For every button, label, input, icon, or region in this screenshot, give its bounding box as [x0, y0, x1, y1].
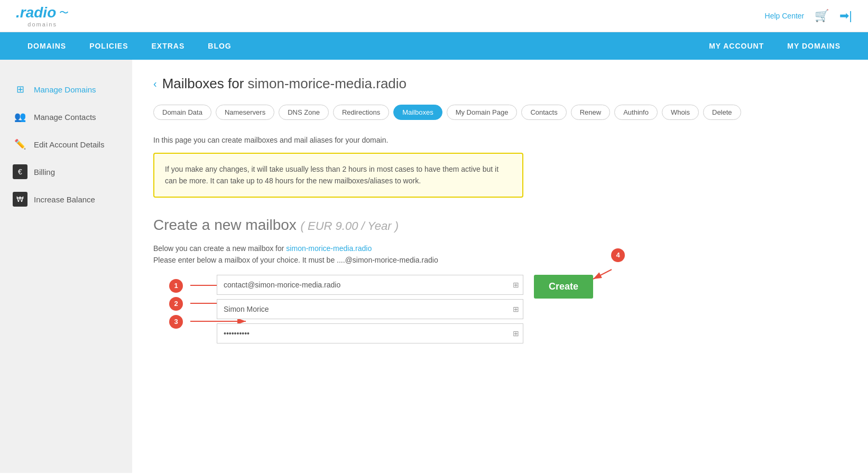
nav-bar: DOMAINS POLICIES EXTRAS BLOG MY ACCOUNT … — [0, 32, 868, 60]
name-field-icon: ⊞ — [513, 305, 519, 313]
top-right: Help Center 🛒 ➡| — [765, 9, 852, 23]
create-section-title: Create a new mailbox ( EUR 9.00 / Year ) — [153, 217, 847, 234]
sidebar: ⊞ Manage Domains 👥 Manage Contacts ✏️ Ed… — [0, 60, 132, 473]
form-wrapper: 1 2 3 ⊞ ⊞ — [153, 275, 847, 343]
tab-redirections[interactable]: Redirections — [333, 105, 389, 120]
tab-domain-data[interactable]: Domain Data — [153, 105, 211, 120]
nav-my-domains[interactable]: MY DOMAINS — [775, 32, 852, 60]
create-button[interactable]: Create — [534, 275, 593, 299]
annotation-3: 3 — [169, 315, 183, 329]
create-price: ( EUR 9.00 / Year ) — [301, 219, 399, 233]
sidebar-label-manage-domains: Manage Domains — [34, 85, 96, 94]
wallet-icon: ₩ — [13, 192, 27, 207]
sidebar-label-manage-contacts: Manage Contacts — [34, 113, 96, 122]
nav-right: MY ACCOUNT MY DOMAINS — [697, 32, 852, 60]
sidebar-item-manage-contacts[interactable]: 👥 Manage Contacts — [0, 103, 132, 131]
nav-domains[interactable]: DOMAINS — [16, 32, 78, 60]
form-area: ⊞ ⊞ ⊞ Create — [217, 275, 847, 343]
login-icon[interactable]: ➡| — [839, 9, 852, 23]
sidebar-label-edit-account: Edit Account Details — [34, 140, 104, 149]
annotation-4-arrow — [590, 264, 622, 285]
annotation-4-group: 4 — [611, 248, 625, 262]
fields-column: ⊞ ⊞ ⊞ — [217, 275, 523, 343]
create-desc-1: Below you can create a new mailbox for s… — [153, 244, 847, 253]
password-field-row: ⊞ — [217, 323, 523, 343]
desc1-text: Below you can create a new mailbox for — [153, 244, 284, 253]
pencil-icon: ✏️ — [13, 137, 27, 152]
warning-text: If you make any changes, it will take us… — [165, 165, 498, 185]
nav-left: DOMAINS POLICIES EXTRAS BLOG — [16, 32, 243, 60]
logo-domains-label: domains — [27, 21, 57, 27]
page-header: ‹ Mailboxes for simon-morice-media.radio — [153, 76, 847, 92]
tab-whois[interactable]: Whois — [662, 105, 699, 120]
main-layout: ⊞ Manage Domains 👥 Manage Contacts ✏️ Ed… — [0, 60, 868, 473]
tab-mailboxes[interactable]: Mailboxes — [393, 105, 442, 120]
name-field-row: ⊞ — [217, 299, 523, 319]
tab-renew[interactable]: Renew — [571, 105, 610, 120]
info-text: In this page you can create mailboxes an… — [153, 136, 847, 144]
svg-line-5 — [593, 269, 612, 279]
tab-nameservers[interactable]: Nameservers — [216, 105, 274, 120]
nav-my-account[interactable]: MY ACCOUNT — [697, 32, 775, 60]
domain-name: simon-morice-media.radio — [248, 76, 407, 91]
create-desc-2: Please enter below a mailbox of your cho… — [153, 256, 847, 264]
name-input[interactable] — [217, 299, 523, 319]
tab-delete[interactable]: Delete — [703, 105, 741, 120]
create-title-text: Create a new mailbox — [153, 217, 297, 233]
warning-box: If you make any changes, it will take us… — [153, 153, 523, 198]
tab-authinfo[interactable]: Authinfo — [614, 105, 658, 120]
annotation-2: 2 — [169, 297, 183, 311]
email-field-icon: ⊞ — [513, 281, 519, 289]
sidebar-item-edit-account[interactable]: ✏️ Edit Account Details — [0, 131, 132, 158]
create-button-wrapper: Create 4 — [534, 275, 593, 299]
sidebar-label-increase-balance: Increase Balance — [34, 195, 95, 204]
desc1-link[interactable]: simon-morice-media.radio — [286, 244, 372, 253]
tabs: Domain Data Nameservers DNS Zone Redirec… — [153, 105, 847, 120]
password-input[interactable] — [217, 323, 523, 343]
nav-policies[interactable]: POLICIES — [78, 32, 140, 60]
tab-contacts[interactable]: Contacts — [521, 105, 566, 120]
logo-text: .radio — [16, 4, 56, 21]
email-input[interactable] — [217, 275, 523, 295]
password-field-icon: ⊞ — [513, 329, 519, 338]
cart-icon[interactable]: 🛒 — [815, 9, 829, 23]
annotation-circle-4: 4 — [611, 248, 625, 262]
people-icon: 👥 — [13, 109, 27, 124]
email-field-row: ⊞ — [217, 275, 523, 295]
sidebar-label-billing: Billing — [34, 168, 55, 176]
euro-icon: € — [13, 164, 27, 179]
annotation-1: 1 — [169, 279, 183, 293]
page-title-text: Mailboxes for — [162, 76, 244, 91]
tab-my-domain-page[interactable]: My Domain Page — [447, 105, 518, 120]
annotation-circle-3: 3 — [169, 315, 183, 329]
sidebar-item-manage-domains[interactable]: ⊞ Manage Domains — [0, 76, 132, 103]
grid-icon: ⊞ — [13, 82, 27, 97]
logo-wave-icon: 〜 — [59, 6, 69, 19]
page-title: Mailboxes for simon-morice-media.radio — [162, 76, 407, 92]
nav-extras[interactable]: EXTRAS — [140, 32, 196, 60]
annotation-circle-2: 2 — [169, 297, 183, 311]
main-content: ‹ Mailboxes for simon-morice-media.radio… — [132, 60, 868, 473]
logo[interactable]: .radio 〜 domains — [16, 4, 69, 27]
help-center-link[interactable]: Help Center — [765, 12, 805, 20]
sidebar-item-billing[interactable]: € Billing — [0, 158, 132, 185]
top-bar: .radio 〜 domains Help Center 🛒 ➡| — [0, 0, 868, 32]
sidebar-item-increase-balance[interactable]: ₩ Increase Balance — [0, 185, 132, 213]
back-button[interactable]: ‹ — [153, 78, 157, 90]
tab-dns-zone[interactable]: DNS Zone — [279, 105, 329, 120]
nav-blog[interactable]: BLOG — [196, 32, 243, 60]
annotation-circle-1: 1 — [169, 279, 183, 293]
